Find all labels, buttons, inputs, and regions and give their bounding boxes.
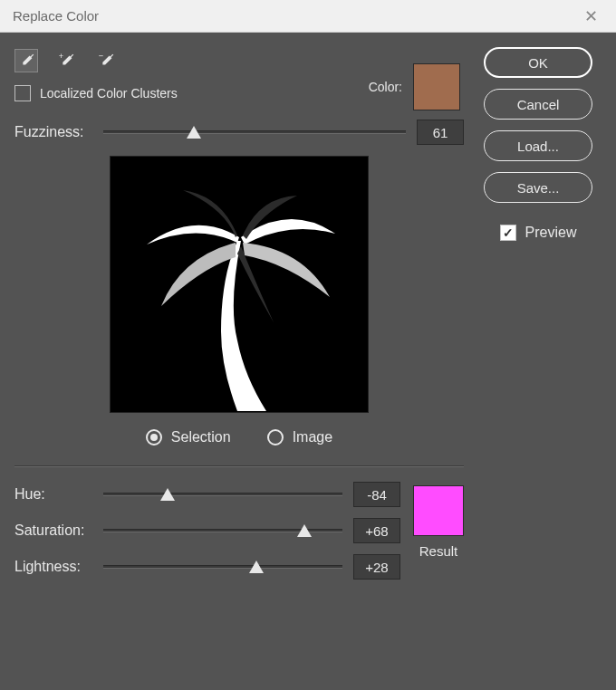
- divider: [14, 465, 464, 467]
- preview-check-row[interactable]: ✓ Preview: [500, 225, 577, 241]
- radio-selection-label: Selection: [171, 429, 231, 446]
- lightness-label: Lightness:: [14, 559, 92, 575]
- ok-button[interactable]: OK: [484, 47, 592, 78]
- lightness-input[interactable]: [353, 554, 400, 580]
- right-panel: OK Cancel Load... Save... ✓ Preview: [475, 45, 602, 590]
- localized-label: Localized Color Clusters: [40, 86, 178, 101]
- hue-thumb[interactable]: [160, 488, 175, 501]
- fuzziness-thumb[interactable]: [187, 126, 201, 139]
- saturation-slider[interactable]: [103, 529, 342, 532]
- close-button[interactable]: ✕: [579, 6, 603, 26]
- hue-slider[interactable]: [103, 493, 342, 496]
- load-button[interactable]: Load...: [484, 130, 592, 161]
- titlebar: Replace Color ✕: [0, 0, 616, 33]
- svg-text:−: −: [99, 52, 103, 61]
- radio-selection-btn[interactable]: [146, 429, 162, 446]
- fuzziness-row: Fuzziness:: [14, 120, 464, 145]
- result-color-swatch[interactable]: [413, 485, 464, 536]
- fuzziness-slider[interactable]: [103, 130, 406, 134]
- selection-preview: [110, 156, 369, 413]
- lightness-slider[interactable]: [103, 565, 342, 569]
- source-color-swatch[interactable]: [413, 63, 460, 110]
- fuzziness-input[interactable]: [417, 120, 464, 145]
- svg-text:+: +: [59, 52, 63, 61]
- eyedropper-icon[interactable]: [14, 49, 38, 72]
- radio-selection[interactable]: Selection: [146, 429, 231, 446]
- color-label: Color:: [369, 80, 402, 94]
- dialog-content: + − Color: Localized Color Clusters Fuzz…: [0, 33, 616, 603]
- eyedropper-plus-icon[interactable]: +: [54, 49, 78, 72]
- saturation-row: Saturation:: [14, 518, 400, 543]
- save-button[interactable]: Save...: [484, 172, 592, 203]
- saturation-label: Saturation:: [14, 522, 92, 539]
- saturation-thumb[interactable]: [297, 524, 312, 537]
- preview-label: Preview: [525, 225, 577, 241]
- cancel-button[interactable]: Cancel: [484, 89, 592, 120]
- lightness-thumb[interactable]: [249, 561, 264, 573]
- eyedropper-minus-icon[interactable]: −: [94, 49, 118, 72]
- hue-row: Hue:: [14, 482, 400, 507]
- radio-image[interactable]: Image: [267, 429, 332, 446]
- result-label: Result: [419, 543, 458, 559]
- hue-label: Hue:: [14, 486, 92, 503]
- result-block: Hue: Saturation: Lightness:: [14, 482, 464, 590]
- radio-image-btn[interactable]: [267, 429, 284, 446]
- color-row: Color:: [369, 63, 460, 110]
- radio-image-label: Image: [293, 429, 332, 446]
- view-radio-group: Selection Image: [14, 429, 464, 446]
- hue-input[interactable]: [353, 482, 400, 507]
- fuzziness-label: Fuzziness:: [14, 124, 92, 140]
- window-title: Replace Color: [13, 8, 99, 24]
- saturation-input[interactable]: [353, 518, 400, 543]
- result-swatch-wrap: Result: [413, 485, 464, 559]
- lightness-row: Lightness:: [14, 554, 400, 580]
- left-panel: + − Color: Localized Color Clusters Fuzz…: [14, 45, 475, 590]
- preview-checkbox[interactable]: ✓: [500, 225, 516, 241]
- localized-checkbox[interactable]: [14, 85, 31, 101]
- result-sliders: Hue: Saturation: Lightness:: [14, 482, 400, 590]
